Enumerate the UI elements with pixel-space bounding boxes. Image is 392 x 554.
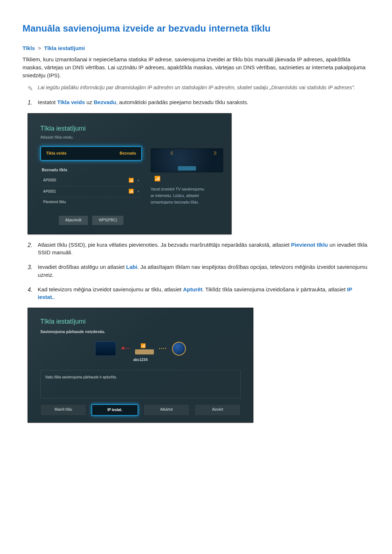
network-type-selector[interactable]: Tīkla veids Bezvadu [40,146,142,161]
s1-post: , automātiski parādās pieejamo bezvadu t… [116,99,248,105]
breadcrumb: Tīkls > Tīkla iestatījumi [23,44,369,52]
s3-pre: Ievadiet drošības atslēgu un atlasiet [38,264,126,270]
breadcrumb-l1: Tīkls [23,45,35,51]
ap-row-0[interactable]: AP0000 📶› [40,175,142,186]
intro-paragraph: Tīkliem, kuru izmantošanai ir nepiecieša… [23,56,369,79]
network-type-value: Bezvadu [120,151,136,156]
step-4: 4. Kad televizors mēģina izveidot savien… [28,286,369,301]
ap-row-1[interactable]: AP0001 📶› [40,186,142,197]
ap1-name: AP0001 [43,189,56,194]
s1-kw1: Tīkla veids [57,99,85,105]
tv-dialog-network-settings: Tīkla iestatījumi Atlasiet tīkla veidu. … [28,113,232,234]
retry-button[interactable]: Atkārtot [143,404,189,416]
fail-x-icon: ✖┈┈ [121,345,130,352]
tv1-title: Tīkla iestatījumi [40,124,219,133]
ip-settings-button[interactable]: IP iestat. [91,404,138,416]
s1-mid: uz [85,99,94,105]
info-msg: Vadu tīkla savienojuma pārbaude ir aptur… [45,375,117,379]
pencil-icon: ✎ [28,84,38,93]
s2-pre: Atlasiet tīklu (SSID), pie kura vēlaties… [38,242,291,248]
tv2-fail-msg: Savienojuma pārbaude neizdevās. [40,329,241,335]
chevron-right-icon: › [138,177,139,184]
step-num-4: 4. [28,286,38,301]
breadcrumb-sep: > [38,45,41,51]
ssid-label: abc1234 [40,357,241,363]
s2-kw: Pievienot tīklu [291,242,328,248]
note: ✎ Lai iegūtu plašāku informāciju par din… [28,84,369,93]
chevron-right-icon: › [138,188,139,194]
s4-pre: Kad televizors mēģina izveidot savienoju… [38,286,183,292]
wifi-icon: 📶 [140,343,146,349]
wps-button[interactable]: WPS(PBC) [92,216,124,225]
note-text: Lai iegūtu plašāku informāciju par dinam… [38,84,369,91]
s4-kw1: Apturēt [183,286,202,292]
tv2-title: Tīkla iestatījumi [40,317,241,326]
info-box: Vadu tīkla savienojuma pārbaude ir aptur… [40,370,241,398]
breadcrumb-l2: Tīkla iestatījumi [44,45,85,51]
network-type-label: Tīkla veids [46,151,66,156]
wireless-header: Bezvadu tīkls [42,167,142,173]
wifi-icon: 📶 [128,188,134,194]
tv-dialog-connection-failed: Tīkla iestatījumi Savienojuma pārbaude n… [28,308,253,423]
step-1: 1. Iestatot Tīkla veids uz Bezvadu, auto… [28,98,369,107]
s1-pre: Iestatot [38,99,57,105]
tv1-subtitle: Atlasiet tīkla veidu. [40,135,219,140]
connection-illustration: (()) [151,148,223,172]
router-icon [135,349,154,354]
connection-diagram: ✖┈┈ 📶 •••• [40,341,241,356]
wifi-signal-icon: 📶 [154,175,223,182]
step-2: 2. Atlasiet tīklu (SSID), pie kura vēlat… [28,241,369,257]
step-3: 3. Ievadiet drošības atslēgu un atlasiet… [28,263,369,279]
ap0-name: AP0000 [43,178,56,183]
add-network-row[interactable]: Pievienot tīklu [40,197,142,207]
step-num-3: 3. [28,263,38,279]
add-network-label: Pievienot tīklu [43,200,66,205]
s1-kw2: Bezvadu [94,99,116,105]
dots-icon: •••• [159,346,167,352]
page-title: Manuāla savienojuma izveide ar bezvadu i… [23,22,369,36]
s4-post: . [53,294,55,300]
tv1-desc-l1: Varat izveidot TV savienojumu [151,186,223,193]
step-num-2: 2. [28,241,38,257]
refresh-button[interactable]: Atjaunināt [58,216,88,225]
close-button[interactable]: Aizvērt [195,404,241,416]
globe-icon [172,342,186,356]
s4-mid: . Tiklīdz tīkla savienojuma izveidošana … [203,286,347,292]
tv1-desc-l2: ar internetu. Lūdzu, atlasiet [151,193,223,199]
change-network-button[interactable]: Mainīt tīklu [40,404,86,416]
step-num-1: 1. [28,98,38,107]
tv1-desc-l3: izmantojamo bezvadu tīklu. [151,199,223,206]
s3-kw: Labi [126,264,138,270]
tv-device-icon [95,341,116,356]
wifi-icon: 📶 [128,177,134,184]
